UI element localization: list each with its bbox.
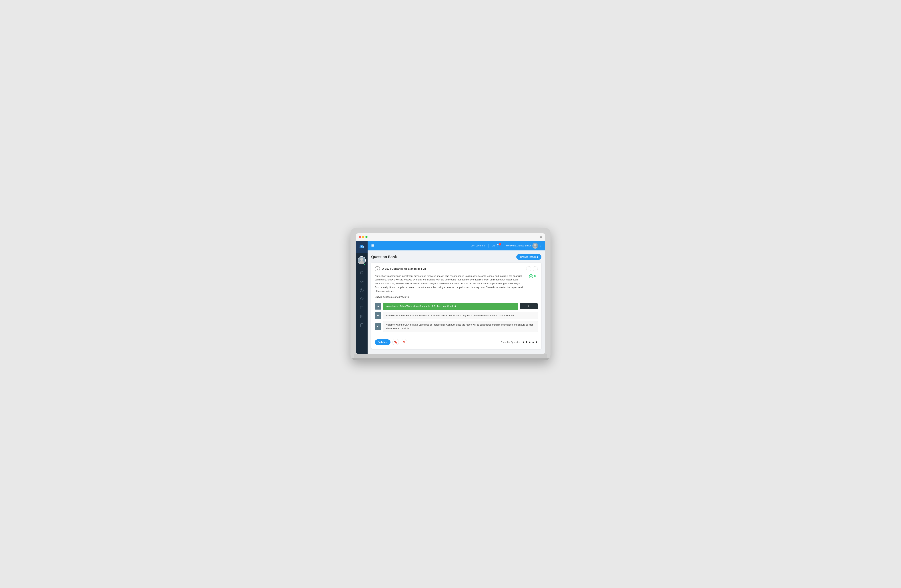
option-row-c: C violation with the CFA Institute Stand…: [375, 321, 538, 332]
sidebar-nav: [356, 267, 368, 331]
validate-button[interactable]: Validate: [375, 339, 390, 345]
sidebar-item-book[interactable]: [358, 304, 366, 312]
footer-left: Validate 🔖 ⚑: [375, 339, 407, 345]
main-content: ☰ CFA Level I ∨ Cart: [368, 241, 545, 354]
welcome-section[interactable]: Welcome, James Smith ∨: [506, 243, 541, 249]
svg-rect-9: [361, 323, 363, 327]
star-3[interactable]: ★: [528, 340, 531, 344]
flag-icon: ⚑: [403, 340, 405, 344]
star-2[interactable]: ★: [525, 340, 528, 344]
star-4[interactable]: ★: [532, 340, 535, 344]
sidebar-item-clipboard[interactable]: [358, 312, 366, 320]
laptop-foot: [352, 358, 549, 360]
question-paragraph: Nate Shaw is a freelance investment advi…: [375, 274, 523, 293]
question-mark-icon: ?: [375, 266, 380, 271]
sidebar-logo[interactable]: [356, 241, 368, 253]
sidebar-item-device[interactable]: [358, 321, 366, 329]
option-text-b[interactable]: violation with the CFA Institute Standar…: [383, 312, 538, 320]
user-dropdown-icon: ∨: [539, 244, 541, 247]
counter-display: ⊕ 0: [529, 274, 536, 278]
change-reading-button[interactable]: Change Reading: [516, 254, 541, 260]
svg-point-4: [359, 261, 364, 264]
sidebar-item-reading[interactable]: [358, 269, 366, 277]
cart-badge: 1: [499, 243, 501, 245]
pause-icon: ⏸: [527, 305, 530, 308]
question-nav: ‹ ›: [526, 266, 538, 271]
option-label-a: A: [375, 303, 381, 310]
question-title: Q. 3074 Guidance for Standards I-VII: [382, 267, 426, 270]
avatar[interactable]: [358, 256, 366, 264]
footer-actions: Validate 🔖 ⚑ Rate this Question: [375, 336, 538, 345]
bookmark-icon: 🔖: [394, 340, 398, 344]
page-content: Question Bank Change Reading ? Q. 3074 G…: [368, 250, 545, 354]
question-action-text: Shaw's actions are most likely in:: [375, 295, 523, 299]
option-row-a: A compliance of the CFA Institute Standa…: [375, 303, 538, 310]
prev-question-button[interactable]: ‹: [526, 266, 531, 271]
svg-point-5: [361, 281, 362, 282]
avatar-placeholder: [358, 257, 365, 264]
question-body: Nate Shaw is a freelance investment advi…: [375, 274, 538, 299]
top-header: ☰ CFA Level I ∨ Cart: [368, 241, 545, 250]
cart-label: Cart: [492, 244, 496, 247]
cart-button[interactable]: Cart 1: [492, 244, 500, 247]
cfa-level-label: CFA Level I: [471, 244, 483, 247]
header-left: ☰: [371, 244, 374, 248]
header-divider-1: [488, 244, 489, 248]
action-prefix: Shaw's actions are: [375, 296, 395, 298]
question-title-row: ? Q. 3074 Guidance for Standards I-VII: [375, 266, 426, 271]
title-bar: ≡: [356, 233, 545, 241]
option-label-c: C: [375, 323, 381, 330]
cfa-level-selector[interactable]: CFA Level I ∨: [471, 244, 486, 247]
header-right: CFA Level I ∨ Cart 1: [471, 243, 541, 249]
sidebar-item-graduation[interactable]: [358, 295, 366, 303]
option-row-b: B violation with the CFA Institute Stand…: [375, 312, 538, 320]
question-text-area: Nate Shaw is a freelance investment advi…: [375, 274, 523, 299]
minimize-dot[interactable]: [362, 236, 364, 238]
page-title: Question Bank: [371, 255, 397, 259]
laptop-base: [354, 354, 547, 358]
logo-icon: [359, 244, 365, 250]
footer-right: Rate this Question ★ ★ ★ ★ ★: [501, 340, 538, 344]
question-card: ? Q. 3074 Guidance for Standards I-VII ‹…: [371, 263, 541, 349]
rate-label: Rate this Question: [501, 341, 520, 343]
sidebar-item-question[interactable]: [358, 286, 366, 294]
star-1[interactable]: ★: [522, 340, 525, 344]
option-label-b: B: [375, 312, 381, 319]
svg-rect-1: [362, 245, 363, 248]
action-italic: most likely: [395, 296, 406, 298]
close-dot[interactable]: [359, 236, 361, 238]
question-side: ⊕ 0: [527, 274, 538, 299]
svg-point-3: [360, 258, 363, 260]
bookmark-button[interactable]: 🔖: [392, 339, 399, 345]
sidebar: [356, 241, 368, 354]
cfa-dropdown-icon: ∨: [484, 244, 486, 247]
option-text-c[interactable]: violation with the CFA Institute Standar…: [383, 321, 538, 332]
svg-rect-7: [360, 306, 363, 309]
hamburger-icon[interactable]: ☰: [371, 244, 374, 248]
option-text-a[interactable]: compliance of the CFA Institute Standard…: [383, 303, 518, 310]
options-area: A compliance of the CFA Institute Standa…: [375, 303, 538, 332]
svg-point-11: [534, 244, 536, 246]
flag-button[interactable]: ⚑: [401, 339, 407, 345]
counter-icon: ⊕: [529, 274, 533, 278]
star-rating[interactable]: ★ ★ ★ ★ ★: [522, 340, 538, 344]
question-header: ? Q. 3074 Guidance for Standards I-VII ‹…: [375, 266, 538, 271]
page-header: Question Bank Change Reading: [371, 254, 541, 260]
user-avatar-small: [532, 243, 538, 249]
option-action-button[interactable]: ⏸: [520, 303, 538, 309]
action-suffix: in:: [406, 296, 409, 298]
next-question-button[interactable]: ›: [533, 266, 538, 271]
star-5[interactable]: ★: [535, 340, 538, 344]
title-bar-menu-icon: ≡: [540, 235, 542, 239]
sidebar-avatar-section: [356, 254, 368, 267]
window-controls: [359, 236, 368, 238]
maximize-dot[interactable]: [365, 236, 368, 238]
counter-value: 0: [534, 275, 536, 278]
sidebar-item-brain[interactable]: [358, 278, 366, 285]
welcome-label: Welcome, James Smith: [506, 244, 531, 247]
svg-point-12: [533, 246, 537, 249]
